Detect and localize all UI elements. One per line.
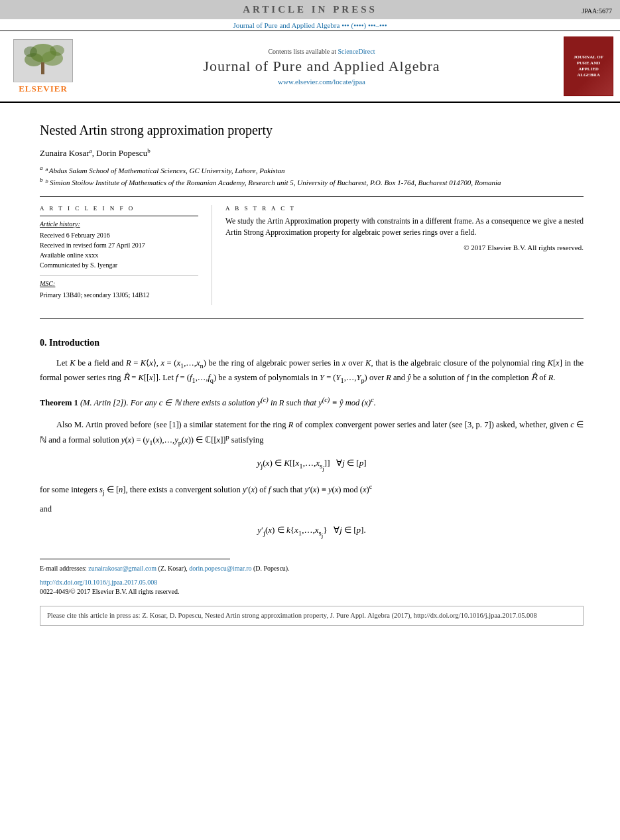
aff-label-a: a <box>40 165 43 171</box>
msc-text: Primary 13B40; secondary 13J05; 14B12 <box>40 290 198 300</box>
abstract-column: A B S T R A C T We study the Artin Appro… <box>212 205 584 305</box>
theorem-1-block: Theorem 1 (M. Artin [2]). For any c ∈ ℕ … <box>40 394 584 410</box>
journal-header: ELSEVIER Contents lists available at Sci… <box>0 31 620 103</box>
author-sup-a: a <box>90 147 92 154</box>
main-content: Nested Artin strong approximation proper… <box>0 103 620 639</box>
affiliations: a ᵃ Abdus Salam School of Mathematical S… <box>40 164 584 188</box>
msc-heading: MSC: <box>40 280 198 287</box>
doi-link[interactable]: http://dx.doi.org/10.1016/j.jpaa.2017.05… <box>40 579 584 586</box>
email-2-link[interactable]: dorin.popescu@imar.ro <box>189 565 251 572</box>
math-display-1: yj(x) ∈ K[[x1,…,xsj]] ∀j ∈ [p] <box>40 458 584 472</box>
journal-ref-line: Journal of Pure and Applied Algebra ••• … <box>0 19 620 31</box>
aff-label-b: b <box>40 176 43 183</box>
authors-line: Zunaira Kosara, Dorin Popescub <box>40 147 584 159</box>
author-sup-b: b <box>147 147 151 154</box>
email-1-link[interactable]: zunairakosar@gmail.com <box>88 565 156 572</box>
introduction-section: 0. Introduction Let K be a field and R =… <box>40 338 584 539</box>
jpaa-label: JPAA:5677 <box>582 7 612 15</box>
intro-para-3: for some integers sj ∈ [n], there exists… <box>40 481 584 498</box>
sciencedirect-line: Contents lists available at ScienceDirec… <box>80 48 564 55</box>
elsevier-tree-image <box>13 39 73 82</box>
article-info-column: A R T I C L E I N F O Article history: R… <box>40 205 212 305</box>
article-history-heading: Article history: <box>40 220 198 228</box>
introduction-heading: 0. Introduction <box>40 338 584 348</box>
elsevier-wordmark: ELSEVIER <box>19 84 68 94</box>
citation-box: Please cite this article in press as: Z.… <box>40 606 584 626</box>
svg-rect-4 <box>41 62 44 74</box>
footnote-separator <box>40 559 230 559</box>
theorem-1-label: Theorem 1 <box>40 398 78 407</box>
article-in-press-banner: Article in Press <box>0 0 620 19</box>
paper-title: Nested Artin strong approximation proper… <box>40 123 584 138</box>
intro-para-1: Let K be a field and R = K⟨x⟩, x = (x1,…… <box>40 356 584 386</box>
journal-cover-image: JOURNAL OF PURE AND APPLIED ALGEBRA <box>564 36 613 96</box>
sciencedirect-link[interactable]: ScienceDirect <box>338 48 375 55</box>
article-meta-row: A R T I C L E I N F O Article history: R… <box>40 205 584 305</box>
abstract-copyright: © 2017 Elsevier B.V. All rights reserved… <box>225 244 584 251</box>
math-display-2: y′j(x) ∈ k{x1,…,xsj} ∀j ∈ [p]. <box>40 525 584 539</box>
intro-word-and: and <box>40 502 584 516</box>
journal-title: Journal of Pure and Applied Algebra <box>80 58 564 75</box>
abstract-label: A B S T R A C T <box>225 205 584 212</box>
svg-point-5 <box>24 46 37 57</box>
svg-point-6 <box>50 45 64 56</box>
rule-after-affiliations <box>40 196 584 197</box>
journal-url[interactable]: www.elsevier.com/locate/jpaa <box>80 78 564 86</box>
intro-para-2: Also M. Artin proved before (see [1]) a … <box>40 418 584 449</box>
article-info-label: A R T I C L E I N F O <box>40 205 198 212</box>
theorem-1-text: (M. Artin [2]). For any c ∈ ℕ there exis… <box>80 398 376 407</box>
footnote-emails: E-mail addresses: zunairakosar@gmail.com… <box>40 563 584 573</box>
journal-center-info: Contents lists available at ScienceDirec… <box>80 44 564 89</box>
article-history-text: Received 6 February 2016 Received in rev… <box>40 230 198 270</box>
abstract-text: We study the Artin Approximation propert… <box>225 216 584 239</box>
elsevier-logo: ELSEVIER <box>7 39 80 94</box>
copyright-footer: 0022-4049/© 2017 Elsevier B.V. All right… <box>40 588 584 595</box>
rule-after-meta <box>40 318 584 319</box>
